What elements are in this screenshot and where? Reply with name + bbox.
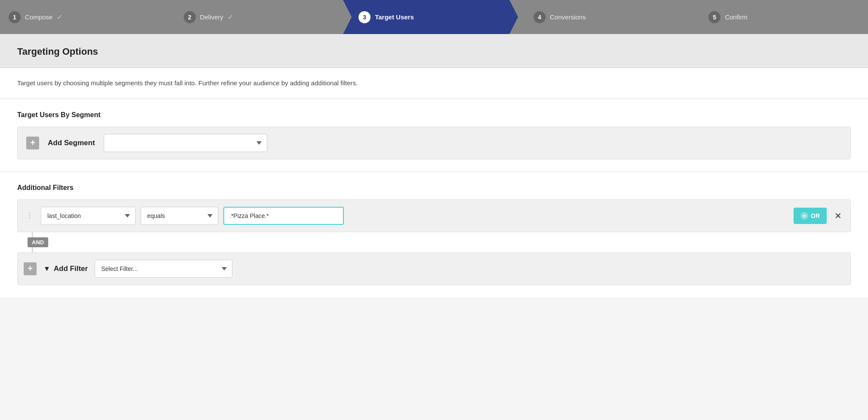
step-1-label: Compose xyxy=(25,13,53,21)
wizard-steps: 1 Compose ✓ 2 Delivery ✓ 3 Target Users … xyxy=(0,0,868,34)
step-1-compose[interactable]: 1 Compose ✓ xyxy=(0,0,168,34)
or-button[interactable]: + OR xyxy=(794,208,827,224)
or-plus-circle: + xyxy=(800,212,808,220)
filters-section: Additional Filters ⋮ last_location equal… xyxy=(0,172,868,297)
vertical-line-top xyxy=(32,232,33,237)
step-3-number: 3 xyxy=(358,11,371,23)
filter-field-select[interactable]: last_location xyxy=(41,207,136,225)
or-button-label: OR xyxy=(811,212,820,219)
step-1-check: ✓ xyxy=(57,13,62,21)
vertical-line-bottom xyxy=(32,247,33,252)
add-filter-plus-icon[interactable]: + xyxy=(24,262,37,275)
filter-value-input[interactable] xyxy=(223,207,344,225)
step-2-label: Delivery xyxy=(200,13,223,21)
targeting-options-header: Targeting Options xyxy=(0,34,868,68)
filter-operator-select[interactable]: equals xyxy=(141,207,218,225)
select-filter-dropdown[interactable]: Select Filter... xyxy=(95,260,232,278)
step-5-label: Confirm xyxy=(725,13,748,21)
filters-section-title: Additional Filters xyxy=(17,184,851,192)
step-5-confirm[interactable]: 5 Confirm xyxy=(693,0,868,34)
step-4-label: Conversions xyxy=(550,13,586,21)
step-1-number: 1 xyxy=(9,11,21,23)
page-title: Targeting Options xyxy=(17,46,851,57)
description-section: Target users by choosing multiple segmen… xyxy=(0,68,868,99)
step-3-label: Target Users xyxy=(375,13,414,21)
step-2-delivery[interactable]: 2 Delivery ✓ xyxy=(168,0,343,34)
step-2-number: 2 xyxy=(184,11,196,23)
filter-row-1: ⋮ last_location equals + OR ✕ xyxy=(17,199,851,232)
step-3-target-users[interactable]: 3 Target Users xyxy=(343,0,518,34)
add-filter-text: Add Filter xyxy=(54,264,88,273)
segment-select[interactable]: Select a segment... xyxy=(104,134,267,152)
drag-handle-icon[interactable]: ⋮ xyxy=(24,212,36,220)
add-filter-row: + ▼ Add Filter Select Filter... xyxy=(17,252,851,285)
and-connector: AND xyxy=(17,232,851,252)
segment-section: Target Users By Segment + Add Segment Se… xyxy=(0,99,868,172)
main-content: Targeting Options Target users by choosi… xyxy=(0,34,868,420)
remove-filter-button[interactable]: ✕ xyxy=(832,211,844,221)
step-4-conversions[interactable]: 4 Conversions xyxy=(518,0,693,34)
step-4-number: 4 xyxy=(534,11,546,23)
add-filter-label: ▼ Add Filter xyxy=(43,264,88,273)
and-badge: AND xyxy=(28,237,48,247)
step-5-number: 5 xyxy=(708,11,720,23)
segment-section-title: Target Users By Segment xyxy=(17,111,851,119)
add-segment-plus-icon[interactable]: + xyxy=(26,137,39,149)
description-text: Target users by choosing multiple segmen… xyxy=(17,78,851,88)
add-segment-row: + Add Segment Select a segment... xyxy=(17,127,851,159)
step-2-check: ✓ xyxy=(228,13,233,21)
funnel-icon: ▼ xyxy=(43,265,50,273)
add-segment-label: Add Segment xyxy=(48,139,95,147)
